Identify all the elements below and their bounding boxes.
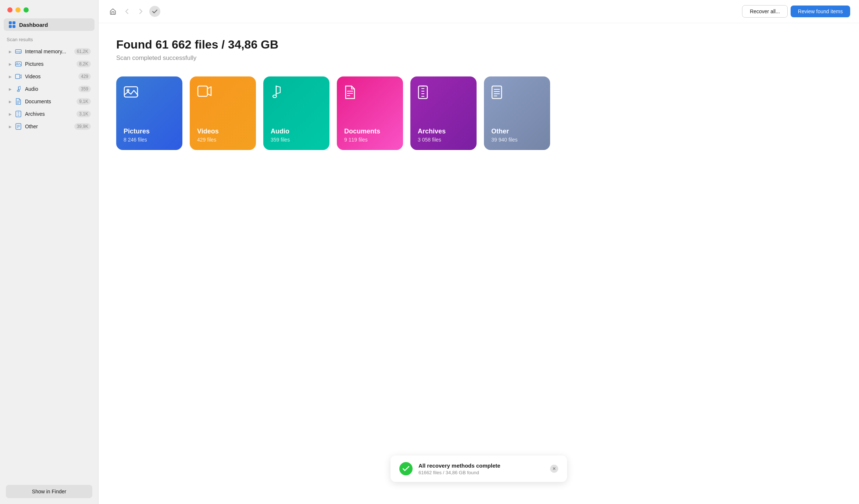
close-traffic-light[interactable] bbox=[7, 7, 13, 12]
archives-card-icon bbox=[418, 85, 469, 99]
documents-icon bbox=[15, 98, 22, 105]
toolbar: Recover all... Review found items bbox=[99, 0, 859, 23]
chevron-icon: ▶ bbox=[9, 75, 13, 79]
category-card-audio[interactable]: Audio 359 files bbox=[263, 76, 329, 150]
pictures-card-name: Pictures bbox=[124, 128, 175, 135]
chevron-right-icon bbox=[139, 8, 143, 14]
minimize-traffic-light[interactable] bbox=[15, 7, 21, 12]
sidebar-item-other-label: Other bbox=[25, 124, 74, 129]
content-area: Found 61 662 files / 34,86 GB Scan compl… bbox=[99, 23, 859, 504]
sidebar-item-pictures[interactable]: ▶ Pictures 8,2K bbox=[2, 58, 96, 70]
pictures-icon bbox=[15, 60, 22, 68]
archives-card-count: 3 058 files bbox=[418, 137, 469, 143]
sidebar-item-archives-label: Archives bbox=[25, 111, 76, 117]
category-card-documents[interactable]: Documents 9 119 files bbox=[337, 76, 403, 150]
scan-status: Scan completed successfully bbox=[116, 54, 841, 62]
found-title: Found 61 662 files / 34,86 GB bbox=[116, 38, 841, 51]
toast-check-icon bbox=[399, 462, 413, 475]
sidebar-item-other-count: 39,9K bbox=[74, 123, 91, 130]
audio-icon bbox=[15, 85, 22, 93]
svg-rect-0 bbox=[15, 50, 21, 53]
svg-rect-31 bbox=[492, 86, 502, 99]
audio-card-name: Audio bbox=[271, 128, 322, 135]
sidebar-footer: Show in Finder bbox=[0, 479, 98, 504]
toast-content: All recovery methods complete 61662 file… bbox=[418, 462, 544, 475]
dashboard-label: Dashboard bbox=[19, 22, 48, 28]
archives-icon bbox=[15, 110, 22, 118]
svg-point-4 bbox=[17, 63, 18, 64]
svg-point-2 bbox=[19, 53, 20, 53]
sidebar-item-audio-label: Audio bbox=[25, 86, 78, 92]
sidebar-item-internal-memory-count: 61,2K bbox=[74, 48, 91, 55]
svg-rect-20 bbox=[198, 86, 207, 96]
other-card-name: Other bbox=[491, 128, 543, 135]
sidebar-item-other[interactable]: ▶ Other 39,9K bbox=[2, 121, 96, 132]
sidebar-item-internal-memory-label: Internal memory... bbox=[25, 49, 74, 54]
videos-card-icon bbox=[197, 85, 249, 97]
sidebar-item-audio-count: 359 bbox=[78, 86, 91, 92]
sidebar-item-pictures-count: 8,2K bbox=[76, 61, 91, 67]
chevron-icon: ▶ bbox=[9, 87, 13, 91]
toast-title: All recovery methods complete bbox=[418, 462, 544, 469]
sidebar-item-archives-count: 3,1K bbox=[76, 111, 91, 117]
sidebar-item-documents-count: 9,1K bbox=[76, 98, 91, 105]
chevron-left-icon bbox=[125, 8, 129, 14]
svg-point-21 bbox=[273, 95, 277, 98]
sidebar-item-archives[interactable]: ▶ Archives 3,1K bbox=[2, 108, 96, 120]
other-card-icon bbox=[491, 85, 543, 99]
audio-card-icon bbox=[271, 85, 322, 99]
toast-close-button[interactable]: ✕ bbox=[550, 465, 558, 473]
pictures-card-count: 8 246 files bbox=[124, 137, 175, 143]
category-card-other[interactable]: Other 39 940 files bbox=[484, 76, 550, 150]
home-icon bbox=[110, 8, 116, 15]
sidebar-item-videos[interactable]: ▶ Videos 429 bbox=[2, 71, 96, 82]
pictures-card-icon bbox=[124, 85, 175, 99]
chevron-icon: ▶ bbox=[9, 112, 13, 116]
chevron-icon: ▶ bbox=[9, 50, 13, 54]
videos-card-name: Videos bbox=[197, 128, 249, 135]
toast-notification: All recovery methods complete 61662 file… bbox=[391, 455, 567, 482]
sidebar-item-audio[interactable]: ▶ Audio 359 bbox=[2, 83, 96, 95]
chevron-icon: ▶ bbox=[9, 62, 13, 66]
sidebar-item-videos-label: Videos bbox=[25, 74, 78, 79]
scan-results-section-label: Scan results bbox=[0, 37, 98, 45]
sidebar-item-documents[interactable]: ▶ Documents 9,1K bbox=[2, 96, 96, 107]
main-content: Recover all... Review found items Found … bbox=[99, 0, 859, 504]
sidebar-item-videos-count: 429 bbox=[78, 73, 91, 80]
documents-card-icon bbox=[344, 85, 396, 99]
category-cards-grid: Pictures 8 246 files Videos 429 files bbox=[116, 76, 841, 150]
chevron-icon: ▶ bbox=[9, 100, 13, 104]
category-card-archives[interactable]: Archives 3 058 files bbox=[410, 76, 477, 150]
sidebar-item-internal-memory[interactable]: ▶ Internal memory... 61,2K bbox=[2, 46, 96, 57]
fullscreen-traffic-light[interactable] bbox=[24, 7, 29, 12]
category-card-videos[interactable]: Videos 429 files bbox=[190, 76, 256, 150]
svg-rect-3 bbox=[15, 62, 21, 66]
scan-complete-icon bbox=[149, 6, 160, 17]
other-card-count: 39 940 files bbox=[491, 137, 543, 143]
back-button[interactable] bbox=[121, 6, 132, 17]
videos-card-count: 429 files bbox=[197, 137, 249, 143]
review-found-button[interactable]: Review found items bbox=[791, 6, 850, 17]
show-in-finder-button[interactable]: Show in Finder bbox=[6, 485, 92, 498]
archives-card-name: Archives bbox=[418, 128, 469, 135]
documents-card-count: 9 119 files bbox=[344, 137, 396, 143]
dashboard-grid-icon bbox=[9, 21, 15, 28]
sidebar: Dashboard Scan results ▶ Internal memory… bbox=[0, 0, 99, 504]
videos-icon bbox=[15, 73, 22, 80]
sidebar-item-pictures-label: Pictures bbox=[25, 61, 76, 67]
svg-rect-5 bbox=[15, 74, 20, 79]
sidebar-item-documents-label: Documents bbox=[25, 99, 76, 104]
traffic-lights bbox=[0, 0, 98, 18]
home-button[interactable] bbox=[107, 6, 118, 17]
chevron-icon: ▶ bbox=[9, 125, 13, 129]
dashboard-button[interactable]: Dashboard bbox=[4, 18, 95, 31]
audio-card-count: 359 files bbox=[271, 137, 322, 143]
category-card-pictures[interactable]: Pictures 8 246 files bbox=[116, 76, 182, 150]
toast-subtitle: 61662 files / 34,86 GB found bbox=[418, 470, 544, 475]
hdd-icon bbox=[15, 48, 22, 55]
other-icon bbox=[15, 123, 22, 130]
documents-card-name: Documents bbox=[344, 128, 396, 135]
recover-all-button[interactable]: Recover all... bbox=[742, 5, 788, 18]
forward-button[interactable] bbox=[135, 6, 146, 17]
